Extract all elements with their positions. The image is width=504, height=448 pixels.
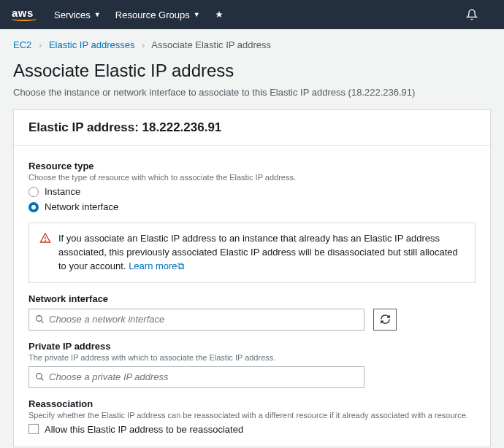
warning-icon: [39, 232, 51, 274]
aws-logo[interactable]: aws: [12, 8, 37, 21]
svg-point-4: [37, 374, 42, 379]
private-ip-field[interactable]: [49, 371, 358, 382]
svg-line-5: [41, 378, 43, 380]
svg-line-3: [41, 320, 43, 323]
reassociation-label: Reassociation: [28, 398, 476, 409]
private-ip-hint: The private IP address with which to ass…: [28, 353, 476, 362]
learn-more-link[interactable]: Learn more⧉: [129, 260, 183, 271]
checkbox-label: Allow this Elastic IP address to be reas…: [45, 424, 243, 435]
alert-text: If you associate an Elastic IP address t…: [58, 232, 465, 274]
breadcrumb-current: Associate Elastic IP address: [151, 39, 271, 50]
checkbox-icon: [28, 424, 39, 434]
chevron-down-icon: ▼: [94, 11, 101, 18]
breadcrumb: EC2 › Elastic IP addresses › Associate E…: [0, 29, 504, 56]
radio-icon: [28, 187, 39, 197]
private-ip-input[interactable]: [28, 366, 364, 388]
network-interface-input[interactable]: [28, 309, 364, 331]
page-description: Choose the instance or network interface…: [13, 87, 491, 98]
radio-instance[interactable]: Instance: [28, 186, 476, 197]
chevron-down-icon: ▼: [194, 11, 200, 18]
network-interface-field[interactable]: [49, 314, 358, 325]
network-interface-label: Network interface: [28, 293, 476, 304]
nav-label: Services: [54, 9, 91, 20]
nav-label: Resource Groups: [115, 9, 190, 20]
external-link-icon: ⧉: [177, 260, 184, 271]
breadcrumb-eip[interactable]: Elastic IP addresses: [49, 39, 135, 50]
breadcrumb-ec2[interactable]: EC2: [13, 39, 31, 50]
chevron-right-icon: ›: [39, 39, 42, 50]
aws-smile-icon: [12, 17, 37, 21]
warning-alert: If you associate an Elastic IP address t…: [28, 223, 476, 283]
search-icon: [35, 314, 45, 324]
resource-type-hint: Choose the type of resource with which t…: [28, 173, 476, 182]
notifications-icon[interactable]: [466, 9, 478, 20]
panel-header: Elastic IP address: 18.222.236.91: [14, 110, 490, 146]
search-icon: [35, 372, 45, 382]
svg-point-2: [37, 316, 42, 322]
svg-point-1: [45, 241, 46, 242]
radio-label: Network interface: [45, 201, 118, 212]
resource-groups-menu[interactable]: Resource Groups ▼: [115, 9, 200, 20]
radio-icon-selected: [28, 202, 39, 212]
top-nav: aws Services ▼ Resource Groups ▼: [0, 0, 504, 29]
radio-label: Instance: [45, 186, 80, 197]
reassociation-checkbox[interactable]: Allow this Elastic IP address to be reas…: [28, 424, 476, 435]
chevron-right-icon: ›: [142, 39, 145, 50]
page-title: Associate Elastic IP address: [13, 61, 491, 81]
form-panel: Elastic IP address: 18.222.236.91 Resour…: [13, 109, 491, 447]
alert-body: If you associate an Elastic IP address t…: [58, 233, 458, 271]
services-menu[interactable]: Services ▼: [54, 9, 101, 20]
private-ip-label: Private IP address: [28, 341, 476, 352]
radio-network-interface[interactable]: Network interface: [28, 201, 476, 212]
pin-icon[interactable]: [215, 10, 224, 19]
learn-more-label: Learn more: [129, 260, 177, 271]
refresh-icon: [380, 314, 391, 325]
resource-type-label: Resource type: [28, 161, 476, 171]
reassociation-hint: Specify whether the Elastic IP address c…: [28, 411, 476, 420]
refresh-button[interactable]: [373, 309, 397, 331]
